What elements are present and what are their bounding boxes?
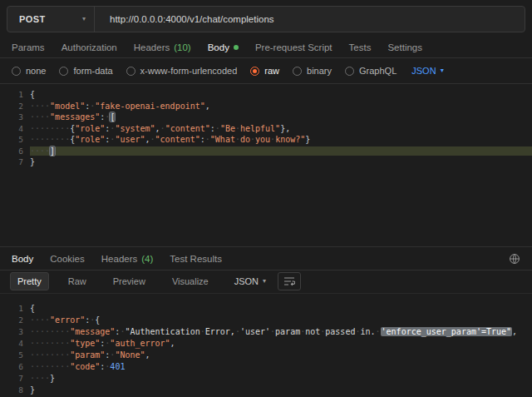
tab-label: Pre-request Script bbox=[255, 42, 332, 52]
tab-label: Headers bbox=[101, 254, 137, 264]
chevron-down-icon: ▾ bbox=[263, 278, 266, 285]
tab-label: Params bbox=[12, 42, 45, 52]
language-select[interactable]: JSON ▾ bbox=[411, 66, 443, 76]
radio-icon bbox=[12, 67, 21, 76]
response-tab-list: BodyCookiesHeaders(4)Test Results bbox=[12, 254, 222, 264]
tab-params[interactable]: Params bbox=[12, 42, 45, 52]
code-line: 5········"param":·"None", bbox=[0, 349, 532, 360]
tab-settings[interactable]: Settings bbox=[387, 42, 422, 52]
tab-body[interactable]: Body bbox=[12, 254, 33, 264]
radio-label: form-data bbox=[73, 66, 112, 76]
url-text: http://0.0.0.0:4000/v1/chat/completions bbox=[110, 14, 274, 24]
tab-pre-request-script[interactable]: Pre-request Script bbox=[255, 42, 332, 52]
response-toolbar: PrettyRawPreviewVisualize JSON ▾ bbox=[0, 270, 532, 294]
response-format-select[interactable]: JSON ▾ bbox=[234, 276, 266, 286]
code-line: 8} bbox=[0, 384, 532, 395]
code-content: ········{"role":·"user",·"content":·"Wha… bbox=[30, 135, 532, 144]
view-tab-visualize[interactable]: Visualize bbox=[165, 272, 216, 290]
tab-label: Settings bbox=[387, 42, 422, 52]
tab-label: Headers bbox=[134, 42, 170, 52]
tab-headers[interactable]: Headers(4) bbox=[101, 254, 154, 264]
radio-icon bbox=[345, 67, 354, 76]
view-tab-pretty[interactable]: Pretty bbox=[10, 272, 49, 290]
code-line: 4········{"role":·"system",·"content":·"… bbox=[0, 123, 532, 135]
radio-icon bbox=[126, 67, 135, 76]
view-tab-raw[interactable]: Raw bbox=[61, 272, 94, 290]
line-number: 6 bbox=[0, 362, 30, 371]
radio-icon bbox=[59, 67, 68, 76]
body-type-none[interactable]: none bbox=[12, 66, 46, 76]
line-number: 4 bbox=[0, 124, 30, 133]
method-select[interactable]: POST ▾ bbox=[7, 7, 95, 32]
request-url-bar: POST ▾ http://0.0.0.0:4000/v1/chat/compl… bbox=[7, 6, 525, 32]
line-number: 5 bbox=[0, 350, 30, 360]
wrap-text-button[interactable] bbox=[278, 272, 301, 290]
code-line: 3········"message":·"Authentication·Erro… bbox=[0, 325, 532, 337]
code-content: } bbox=[30, 157, 532, 166]
tab-count: (10) bbox=[174, 42, 190, 52]
line-number: 2 bbox=[0, 315, 30, 325]
code-line: 7} bbox=[0, 156, 532, 168]
code-content: ····"messages":·[ bbox=[30, 112, 532, 122]
tab-authorization[interactable]: Authorization bbox=[62, 42, 117, 52]
line-number: 4 bbox=[0, 339, 30, 348]
response-tabs: BodyCookiesHeaders(4)Test Results bbox=[0, 246, 532, 270]
code-content: ········"param":·"None", bbox=[30, 350, 532, 360]
code-line: 6········"code":·401 bbox=[0, 360, 532, 372]
code-content: } bbox=[30, 385, 532, 395]
code-content: ········"type":·"auth_error", bbox=[30, 339, 532, 348]
body-type-raw[interactable]: raw bbox=[250, 66, 279, 76]
tab-headers[interactable]: Headers(10) bbox=[134, 42, 191, 52]
body-type-form-data[interactable]: form-data bbox=[59, 66, 112, 76]
line-number: 5 bbox=[0, 135, 30, 144]
body-type-binary[interactable]: binary bbox=[293, 66, 332, 76]
body-type-options: noneform-datax-www-form-urlencodedrawbin… bbox=[12, 66, 397, 76]
response-view-tabs: PrettyRawPreviewVisualize bbox=[10, 272, 216, 290]
tab-label: Body bbox=[12, 254, 33, 264]
code-content: { bbox=[30, 304, 532, 313]
line-number: 6 bbox=[0, 146, 30, 156]
wrap-text-icon bbox=[283, 276, 295, 286]
body-type-graphql[interactable]: GraphQL bbox=[345, 66, 397, 76]
response-body-editor[interactable]: 1{2····"error":·{3········"message":·"Au… bbox=[0, 297, 532, 397]
url-input[interactable]: http://0.0.0.0:4000/v1/chat/completions bbox=[95, 7, 525, 32]
code-line: 6····] bbox=[0, 146, 532, 157]
line-number: 8 bbox=[0, 385, 30, 395]
code-line: 2····"model":·"fake-openai-endpoint", bbox=[0, 101, 532, 112]
line-number: 1 bbox=[0, 304, 30, 313]
body-type-row: noneform-datax-www-form-urlencodedrawbin… bbox=[0, 58, 532, 84]
line-number: 7 bbox=[0, 374, 30, 383]
code-line: 2····"error":·{ bbox=[0, 314, 532, 325]
tab-cookies[interactable]: Cookies bbox=[50, 254, 85, 264]
code-line: 4········"type":·"auth_error", bbox=[0, 337, 532, 349]
view-tab-preview[interactable]: Preview bbox=[106, 272, 153, 290]
code-content: { bbox=[30, 90, 532, 99]
chevron-down-icon: ▾ bbox=[82, 16, 86, 22]
code-content: ····] bbox=[30, 146, 532, 156]
code-line: 1{ bbox=[0, 89, 532, 101]
tab-test-results[interactable]: Test Results bbox=[170, 254, 222, 264]
code-content: ········"message":·"Authentication·Error… bbox=[30, 327, 532, 336]
postman-window: POST ▾ http://0.0.0.0:4000/v1/chat/compl… bbox=[0, 0, 532, 397]
code-content: ····"error":·{ bbox=[30, 315, 532, 325]
code-line: 5········{"role":·"user",·"content":·"Wh… bbox=[0, 134, 532, 146]
green-dot-icon bbox=[234, 45, 239, 50]
tab-label: Test Results bbox=[170, 254, 222, 264]
body-type-x-www-form-urlencoded[interactable]: x-www-form-urlencoded bbox=[126, 66, 238, 76]
radio-label: x-www-form-urlencoded bbox=[140, 66, 238, 76]
tab-label: Body bbox=[208, 42, 229, 52]
request-body-editor[interactable]: 1{2····"model":·"fake-openai-endpoint",3… bbox=[0, 84, 532, 251]
tab-tests[interactable]: Tests bbox=[349, 42, 372, 52]
line-number: 3 bbox=[0, 112, 30, 122]
tab-body[interactable]: Body bbox=[208, 42, 239, 52]
globe-icon[interactable] bbox=[509, 253, 520, 265]
code-line: 3····"messages":·[ bbox=[0, 112, 532, 123]
radio-label: binary bbox=[307, 66, 332, 76]
chevron-down-icon: ▾ bbox=[441, 67, 444, 74]
tab-label: Authorization bbox=[62, 42, 117, 52]
radio-label: none bbox=[26, 66, 46, 76]
radio-label: raw bbox=[264, 66, 279, 76]
code-content: ········"code":·401 bbox=[30, 362, 532, 371]
code-content: ····"model":·"fake-openai-endpoint", bbox=[30, 102, 532, 111]
tab-label: Cookies bbox=[50, 254, 85, 264]
